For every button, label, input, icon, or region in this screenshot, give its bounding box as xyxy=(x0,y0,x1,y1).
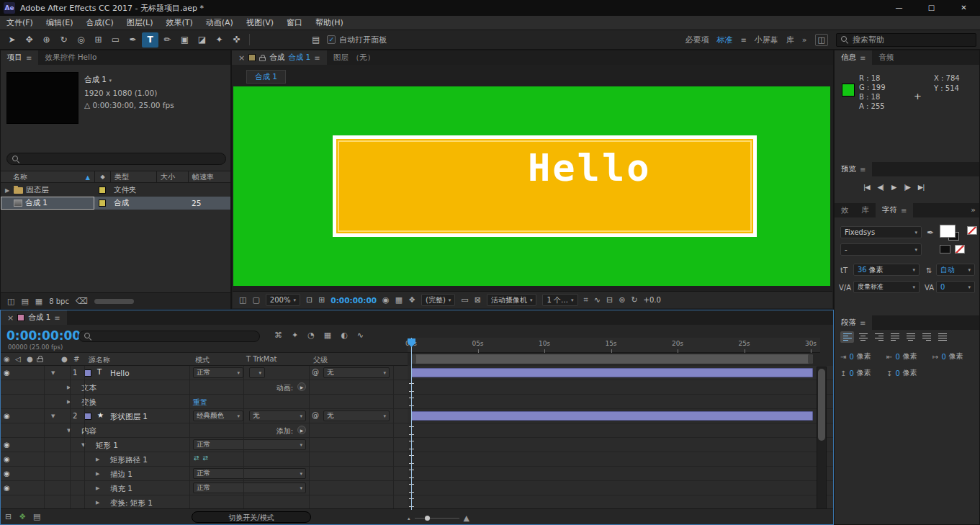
close-button[interactable]: ✕ xyxy=(948,0,980,16)
column-number[interactable]: # xyxy=(73,355,79,363)
twirl-closed-icon[interactable]: ▶ xyxy=(96,457,99,462)
trkmat-select[interactable]: 无▾ xyxy=(249,410,306,421)
active-comp-name[interactable]: 合成 1 xyxy=(288,53,310,63)
project-row[interactable]: 合成 1合成25 xyxy=(1,197,230,210)
tab-project[interactable]: 项目 ≡ xyxy=(1,50,38,65)
workspace-menu-icon[interactable]: ≡ xyxy=(740,36,746,44)
vertical-scrollbar[interactable] xyxy=(817,367,827,509)
workspace-item[interactable]: 标准 xyxy=(716,35,732,45)
show-channels-icon[interactable]: ❖ xyxy=(408,295,415,305)
zoom-in-icon[interactable]: ▲ xyxy=(464,513,469,523)
tab-effect-controls[interactable]: 效果控件 Hello xyxy=(38,50,103,65)
workspace-item[interactable]: 必要项 xyxy=(685,35,709,45)
auto-open-checkbox[interactable]: ✓ xyxy=(327,35,336,44)
align-left-button[interactable] xyxy=(840,331,854,343)
chevron-down-icon[interactable]: ▾ xyxy=(109,78,112,84)
menu-item[interactable]: 视图(V) xyxy=(240,17,280,28)
column-framerate[interactable]: 帧速率 xyxy=(188,171,230,182)
time-ruler[interactable]: 00s05s10s15s20s25s30s xyxy=(408,338,820,353)
zoom-tool[interactable]: ⊕ xyxy=(38,32,55,48)
label-chip[interactable] xyxy=(99,187,106,194)
menu-item[interactable]: 效果(T) xyxy=(159,17,199,28)
tracking-select[interactable]: 0▾ xyxy=(936,281,975,293)
work-area-bar[interactable] xyxy=(411,354,813,364)
motion-blur-icon[interactable]: ◐ xyxy=(341,331,348,340)
blend-mode-select[interactable]: 经典颜色▾ xyxy=(193,410,243,421)
kerning-select[interactable]: 度量标准▾ xyxy=(853,281,920,293)
column-label[interactable]: ◆ xyxy=(94,171,110,182)
menu-item[interactable]: 合成(C) xyxy=(79,17,120,28)
trkmat-select[interactable]: ▾ xyxy=(249,367,265,378)
justify-all-button[interactable] xyxy=(935,331,949,343)
shape-rectangle[interactable]: Hello xyxy=(333,135,757,237)
visibility-toggle[interactable]: ◉ xyxy=(4,470,10,477)
project-row[interactable]: ▶固态层文件夹 xyxy=(1,184,230,197)
toggle-viewer-lock-icon[interactable]: ◫ xyxy=(239,295,246,305)
composition-viewport[interactable]: Hello xyxy=(233,86,830,286)
maximize-button[interactable]: □ xyxy=(915,0,948,16)
font-style-select[interactable]: -▾ xyxy=(840,243,922,256)
visibility-toggle[interactable]: ◉ xyxy=(4,484,10,492)
justify-last-center-button[interactable] xyxy=(904,331,917,343)
panel-menu-icon[interactable]: ≡ xyxy=(860,54,866,62)
view-layout-select[interactable]: 1 个…▾ xyxy=(542,294,577,306)
zoom-out-icon[interactable]: ▴ xyxy=(408,516,410,521)
menu-item[interactable]: 图层(L) xyxy=(120,17,160,28)
frame-blend-icon[interactable]: ▦ xyxy=(324,331,331,340)
previous-frame-button[interactable]: ◀| xyxy=(878,183,884,191)
roto-brush-tool[interactable]: ✦ xyxy=(211,32,228,48)
fast-previews-icon[interactable]: ∿ xyxy=(594,295,601,305)
new-folder-icon[interactable]: ▤ xyxy=(21,297,28,306)
toggle-switches-modes-button[interactable]: 切换开关/模式 xyxy=(192,511,311,523)
new-composition-icon[interactable]: ▦ xyxy=(35,297,42,306)
tab-audio[interactable]: 音频 xyxy=(872,50,900,65)
twirl-closed-icon[interactable]: ▶ xyxy=(96,485,99,491)
panel-menu-icon[interactable]: ≡ xyxy=(860,166,866,174)
layer-color-chip[interactable] xyxy=(84,369,91,377)
menu-item[interactable]: 帮助(H) xyxy=(309,17,350,28)
pen-tool[interactable]: ✒ xyxy=(125,32,141,48)
column-parent[interactable]: 父级 xyxy=(313,355,328,365)
column-mode[interactable]: 模式 xyxy=(195,355,210,365)
twirl-closed-icon[interactable]: ▶ xyxy=(96,471,99,477)
leading-select[interactable]: 自动▾ xyxy=(936,264,975,276)
zoom-slider[interactable] xyxy=(415,518,459,519)
live-update-icon[interactable]: ❖ xyxy=(19,512,26,521)
hello-text[interactable]: Hello xyxy=(528,146,652,189)
current-time-display[interactable]: 0:00:00:00 xyxy=(6,328,81,343)
timeline-layer-row[interactable]: ◉▼1THello正常▾▾@无▾ xyxy=(1,366,833,380)
active-camera-select[interactable]: 活动摄像机▾ xyxy=(487,294,537,306)
timeline-button-icon[interactable]: ⊟ xyxy=(606,295,613,305)
column-size[interactable]: 大小 xyxy=(156,171,188,182)
last-frame-button[interactable]: ▶| xyxy=(918,183,925,191)
viewer-screen-icon[interactable]: ▢ xyxy=(252,295,259,305)
parent-pickwhip-icon[interactable]: @ xyxy=(312,411,319,419)
flowchart-button-icon[interactable]: ⊛ xyxy=(619,295,625,305)
tab-composition[interactable]: × 合成 合成 1 ≡ xyxy=(232,50,327,65)
puppet-pin-tool[interactable]: ✜ xyxy=(228,32,245,48)
camera-tool[interactable]: ◎ xyxy=(73,32,89,48)
add-property-button[interactable]: ▶ xyxy=(297,382,306,391)
add-property-button[interactable]: ▶ xyxy=(297,426,306,434)
composition-mini-icon[interactable]: ▤ xyxy=(33,512,40,521)
indent-right-field[interactable]: ⇤0像素 xyxy=(886,351,925,362)
blend-mode-select[interactable]: 正常▾ xyxy=(193,439,306,450)
zoom-slider-thumb[interactable] xyxy=(425,516,430,521)
menu-item[interactable]: 动画(A) xyxy=(199,17,240,28)
close-icon[interactable]: × xyxy=(238,53,245,63)
column-name[interactable]: 名称▲ xyxy=(1,172,94,182)
tab-库[interactable]: 库 xyxy=(855,203,876,217)
tab-layer-viewer[interactable]: 图层 （无） xyxy=(327,50,382,65)
project-search-input[interactable] xyxy=(6,153,226,165)
overflow-icon[interactable]: » xyxy=(802,35,807,45)
first-line-indent-field[interactable]: ↦0像素 xyxy=(932,351,971,362)
timeline-property-row[interactable]: ◉▶矩形路径 1⇄ ⇄ xyxy=(1,452,833,467)
reset-link[interactable]: 重置 xyxy=(193,398,207,408)
grid-guides-icon[interactable]: ⊞ xyxy=(318,295,325,305)
font-size-select[interactable]: 36像素▾ xyxy=(853,264,920,276)
show-snapshot-icon[interactable]: ▦ xyxy=(395,295,403,305)
horizontal-scrollbar[interactable] xyxy=(94,299,134,304)
path-direction-icons[interactable]: ⇄ ⇄ xyxy=(194,454,209,462)
justify-last-right-button[interactable] xyxy=(920,331,933,343)
eyedropper-icon[interactable]: ✒ xyxy=(927,228,934,238)
